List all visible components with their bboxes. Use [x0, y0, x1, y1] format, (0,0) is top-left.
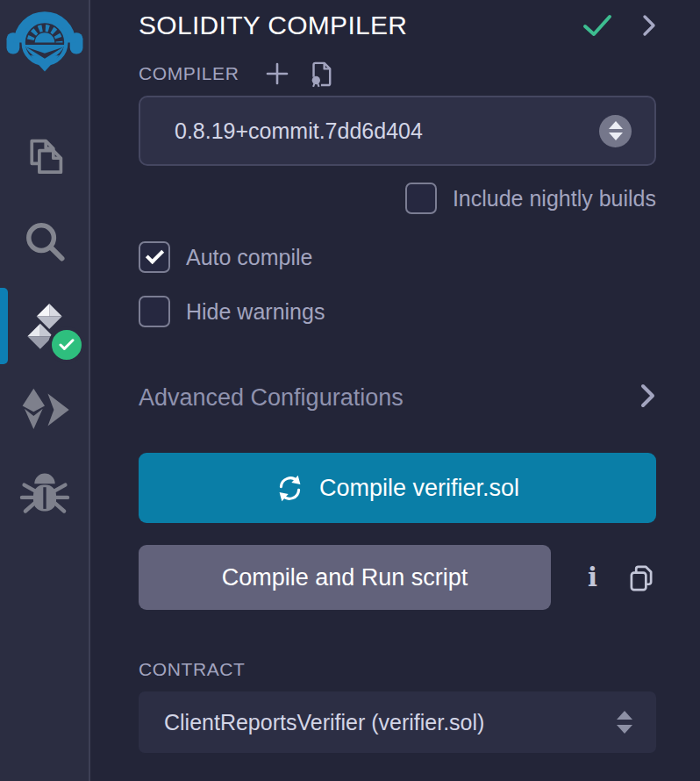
nightly-builds-label[interactable]: Include nightly builds [453, 186, 656, 211]
info-icon[interactable]: i [588, 565, 597, 591]
plugin-icon-nav [0, 117, 89, 538]
compiled-check-icon [582, 13, 612, 38]
sidebar-item-file-explorer[interactable] [0, 117, 89, 201]
sidebar-item-deploy-and-run[interactable] [0, 369, 89, 454]
select-updown-circle-icon [599, 115, 632, 147]
page-title: SOLIDITY COMPILER [139, 11, 582, 40]
contract-label-row: CONTRACT [139, 659, 656, 680]
advanced-configurations-toggle[interactable]: Advanced Configurations [139, 383, 656, 412]
sidebar-item-debugger[interactable] [0, 454, 89, 538]
sidebar-item-search[interactable] [0, 201, 89, 285]
compile-success-badge-icon [48, 326, 85, 363]
compiler-section-label: COMPILER [139, 63, 239, 84]
auto-compile-row: Auto compile [139, 241, 656, 273]
panel-header: SOLIDITY COMPILER [139, 11, 656, 40]
chevron-right-icon [640, 383, 656, 412]
compiler-version-value: 0.8.19+commit.7dd6d404 [175, 118, 599, 144]
nightly-builds-checkbox[interactable] [405, 183, 437, 214]
compiler-label-row: COMPILER [139, 60, 656, 88]
contract-select[interactable]: ClientReportsVerifier (verifier.sol) [139, 691, 656, 753]
remix-ide-window: SOLIDITY COMPILER COMPILER [0, 0, 700, 781]
contract-section-label: CONTRACT [139, 659, 245, 680]
hide-warnings-label[interactable]: Hide warnings [186, 299, 325, 325]
solidity-compiler-panel: SOLIDITY COMPILER COMPILER [90, 0, 700, 781]
sidebar-item-solidity-compiler[interactable] [0, 285, 89, 369]
compiler-version-select[interactable]: 0.8.19+commit.7dd6d404 [139, 96, 656, 166]
add-custom-compiler-icon[interactable] [266, 62, 289, 85]
file-explorer-icon [21, 133, 68, 184]
bug-icon [19, 471, 70, 520]
deploy-run-icon [18, 386, 71, 437]
nightly-builds-row: Include nightly builds [139, 183, 656, 214]
hide-warnings-checkbox[interactable] [139, 296, 170, 327]
advanced-configurations-label: Advanced Configurations [139, 384, 404, 412]
auto-compile-label[interactable]: Auto compile [186, 245, 313, 270]
promote-compiler-doc-icon[interactable] [308, 60, 332, 88]
copy-icon[interactable] [629, 563, 654, 592]
remix-logo[interactable] [4, 4, 85, 75]
contract-select-value: ClientReportsVerifier (verifier.sol) [164, 710, 617, 735]
icon-panel [0, 0, 90, 781]
hide-warnings-row: Hide warnings [139, 296, 656, 327]
auto-compile-checkbox[interactable] [139, 241, 170, 273]
compile-run-row: Compile and Run script i [139, 545, 656, 610]
select-arrows-icon [617, 711, 632, 734]
compile-button-label: Compile verifier.sol [319, 475, 519, 502]
panel-collapse-chevron-icon[interactable] [642, 14, 656, 37]
compile-button[interactable]: Compile verifier.sol [139, 453, 656, 523]
search-icon [22, 219, 68, 268]
compile-and-run-button[interactable]: Compile and Run script [139, 545, 551, 610]
refresh-icon [275, 474, 304, 503]
